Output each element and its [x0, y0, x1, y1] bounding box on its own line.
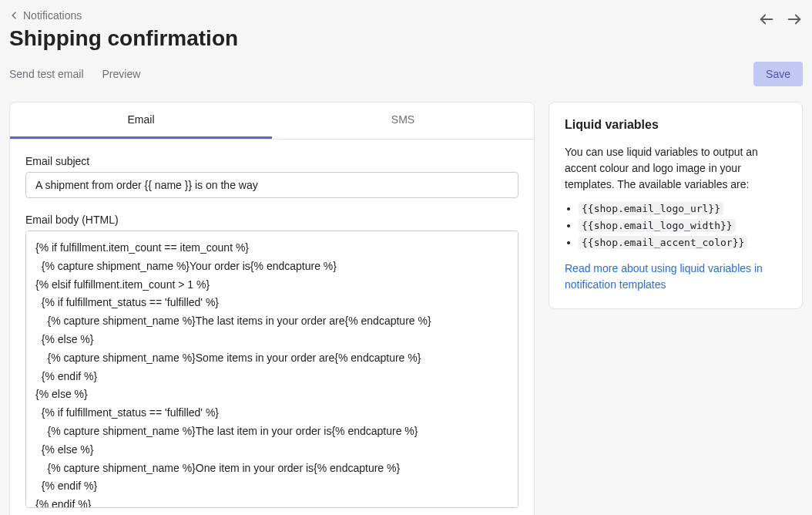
editor-card: Email SMS Email subject Email body (HTML…	[9, 102, 535, 515]
email-body-editor[interactable]	[25, 231, 518, 508]
send-test-email-button[interactable]: Send test email	[9, 68, 84, 80]
list-item: {{shop.email_logo_url}}	[579, 202, 787, 214]
liquid-variable: {{shop.email_accent_color}}	[579, 236, 747, 249]
sidebar-text: You can use liquid variables to output a…	[565, 144, 787, 193]
list-item: {{shop.email_logo_width}}	[579, 219, 787, 231]
liquid-variable-list: {{shop.email_logo_url}} {{shop.email_log…	[565, 202, 787, 248]
email-subject-input[interactable]	[25, 172, 518, 198]
next-button[interactable]	[786, 11, 803, 28]
liquid-variable: {{shop.email_logo_url}}	[579, 202, 723, 215]
arrow-left-icon	[758, 11, 775, 28]
page-title: Shipping confirmation	[9, 26, 758, 51]
liquid-variables-card: Liquid variables You can use liquid vari…	[549, 102, 803, 309]
liquid-variable: {{shop.email_logo_width}}	[579, 219, 736, 232]
chevron-left-icon	[9, 10, 20, 21]
sidebar-title: Liquid variables	[565, 118, 787, 132]
breadcrumb[interactable]: Notifications	[9, 9, 82, 22]
arrow-right-icon	[786, 11, 803, 28]
email-body-label: Email body (HTML)	[25, 214, 518, 226]
list-item: {{shop.email_accent_color}}	[579, 236, 787, 248]
read-more-link[interactable]: Read more about using liquid variables i…	[565, 262, 763, 291]
breadcrumb-label: Notifications	[23, 9, 82, 22]
tab-email[interactable]: Email	[10, 103, 272, 139]
preview-button[interactable]: Preview	[102, 68, 141, 80]
tab-sms[interactable]: SMS	[272, 103, 534, 139]
email-subject-label: Email subject	[25, 155, 518, 167]
prev-button[interactable]	[758, 11, 775, 28]
save-button[interactable]: Save	[753, 62, 803, 86]
